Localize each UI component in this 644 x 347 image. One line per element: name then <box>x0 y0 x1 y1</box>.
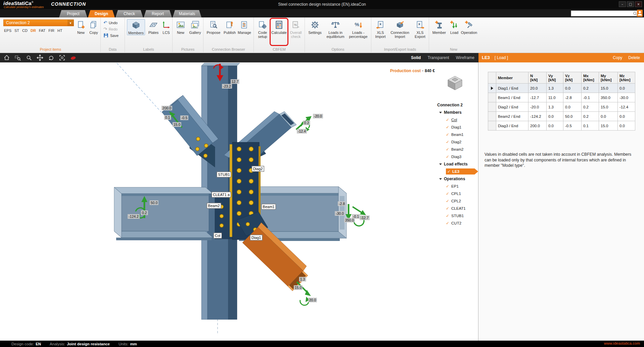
expander-icon[interactable] <box>439 112 442 113</box>
row-selector[interactable] <box>488 112 496 121</box>
3d-viewport[interactable]: 12.7 -23.2 200.0 0.1 -0.5 15.0 -20.0 0.2… <box>0 62 478 341</box>
rotate-view-icon[interactable] <box>48 54 54 61</box>
lcs-toggle[interactable]: LCS <box>161 19 171 35</box>
code-ht[interactable]: HT <box>57 29 62 33</box>
cell-mz[interactable]: 0.0 <box>618 84 635 93</box>
tree-item-ep1[interactable]: ✓EP1 <box>432 183 478 190</box>
row-selector[interactable] <box>488 84 496 93</box>
cell-mz[interactable]: 0.0 <box>618 121 635 131</box>
gallery-button[interactable]: Gallery <box>188 19 202 35</box>
publish-button[interactable]: Publish <box>222 19 237 35</box>
tree-item-diag1[interactable]: ✓Diag1 <box>432 123 478 131</box>
cell-mx[interactable]: 0.2 <box>582 102 599 112</box>
cell-vz[interactable]: 0.0 <box>563 84 582 93</box>
check-icon[interactable]: ✓ <box>446 221 449 226</box>
overall-check-button[interactable]: % Overall check <box>288 19 304 39</box>
zoom-icon[interactable] <box>26 54 32 61</box>
manage-button[interactable]: Manage <box>237 19 252 35</box>
connection-import-button[interactable]: Connection Import <box>389 19 411 39</box>
cell-vy[interactable]: 1.3 <box>547 84 563 93</box>
check-icon[interactable]: ✓ <box>446 199 449 203</box>
member-beam2[interactable] <box>114 187 213 240</box>
cell-mx[interactable]: 0.2 <box>582 84 599 93</box>
tree-item-le3[interactable]: ✓LE3 <box>432 168 478 175</box>
search-input[interactable] <box>571 11 633 15</box>
cell-my[interactable]: 0.0 <box>599 112 618 121</box>
picture-new-button[interactable]: New <box>175 19 187 35</box>
code-st[interactable]: ST <box>14 29 19 33</box>
cell-my[interactable]: 350.0 <box>599 93 618 102</box>
members-labels-toggle[interactable]: Members <box>127 19 145 35</box>
loads-in-equilibrium-button[interactable]: Loads in equilibrium <box>324 19 347 39</box>
cell-vz[interactable]: 0.0 <box>563 102 582 112</box>
pan-icon[interactable] <box>37 54 43 61</box>
close-button[interactable]: × <box>635 1 642 7</box>
xls-import-button[interactable]: X XLS Import <box>373 19 388 39</box>
cell-n[interactable]: 200.0 <box>528 121 547 131</box>
check-icon[interactable]: ✓ <box>446 132 449 137</box>
tree-item-col[interactable]: ✓Col <box>432 116 478 123</box>
check-icon[interactable]: ✓ <box>446 184 449 189</box>
cell-mx[interactable]: -0.1 <box>582 93 599 102</box>
orientation-cube-icon[interactable] <box>444 74 466 91</box>
tab-check[interactable]: Check <box>116 10 143 17</box>
cell-n[interactable]: -12.7 <box>528 93 547 102</box>
tree-item-diag3[interactable]: ✓Diag3 <box>432 153 478 160</box>
check-icon[interactable]: ✓ <box>446 213 449 218</box>
row-selector[interactable] <box>488 121 496 131</box>
cell-member[interactable]: Beam2 / End <box>496 112 528 121</box>
cell-vy[interactable]: 0.0 <box>547 121 563 131</box>
expander-icon[interactable] <box>439 163 442 165</box>
settings-button[interactable]: Settings <box>307 19 323 35</box>
check-icon[interactable]: ✓ <box>446 147 449 152</box>
zoom-fit-icon[interactable] <box>59 54 65 61</box>
cell-member[interactable]: Diag1 / End <box>496 84 528 93</box>
propose-button[interactable]: Propose <box>205 19 222 35</box>
render-mode-transparent[interactable]: Transparent <box>427 55 449 60</box>
tree-item-beam1[interactable]: ✓Beam1 <box>432 131 478 138</box>
expander-icon[interactable] <box>439 178 442 180</box>
account-button[interactable] <box>637 10 643 17</box>
website-link[interactable]: www.ideastatica.com <box>604 341 640 345</box>
check-icon[interactable]: ✓ <box>446 125 449 130</box>
tree-item-cleat1[interactable]: ✓CLEAT1 <box>432 205 478 212</box>
plates-labels-toggle[interactable]: Plates <box>146 19 160 35</box>
code-setup-button[interactable]: Code setup <box>255 19 270 39</box>
cell-n[interactable]: -124.2 <box>528 112 547 121</box>
check-icon[interactable]: ✓ <box>446 206 449 211</box>
new-member-button[interactable]: Member <box>431 19 447 35</box>
check-icon[interactable]: ✓ <box>446 140 449 144</box>
cell-mx[interactable]: 0.2 <box>582 112 599 121</box>
annotate-tool-icon[interactable] <box>70 54 77 61</box>
le3-selected-banner[interactable]: ✓LE3 <box>446 168 478 175</box>
tree-item-diag2[interactable]: ✓Diag2 <box>432 138 478 146</box>
maximize-button[interactable]: □ <box>627 1 634 7</box>
cell-vz[interactable]: -0.5 <box>563 121 582 131</box>
new-item-button[interactable]: New <box>75 19 87 35</box>
undo-button[interactable]: ↶ Undo <box>103 20 118 26</box>
connection-selector[interactable]: Connection 2 ▾ <box>3 19 74 26</box>
tree-item-cpl1[interactable]: ✓CPL1 <box>432 190 478 197</box>
check-icon[interactable]: ✓ <box>446 117 449 122</box>
cell-my[interactable]: 15.0 <box>599 84 618 93</box>
minimize-button[interactable]: – <box>619 1 626 7</box>
cell-vy[interactable]: 0.0 <box>547 112 563 121</box>
check-icon[interactable]: ✓ <box>446 154 449 159</box>
cell-vz[interactable]: 50.0 <box>563 112 582 121</box>
tree-item-stub1[interactable]: ✓STUB1 <box>432 212 478 219</box>
table-row-diag1[interactable]: Diag1 / End 20.0 1.3 0.0 0.2 15.0 0.0 <box>488 84 635 93</box>
cell-vy[interactable]: 1.3 <box>547 102 563 112</box>
tab-materials[interactable]: Materials <box>173 10 201 17</box>
cell-member[interactable]: Diag2 / End <box>496 102 528 112</box>
tree-item-beam2[interactable]: ✓Beam2 <box>432 146 478 153</box>
tree-item-cpl2[interactable]: ✓CPL2 <box>432 197 478 205</box>
row-selector[interactable] <box>488 93 496 102</box>
tree-root-connection[interactable]: Connection 2 <box>432 101 478 109</box>
tab-report[interactable]: Report <box>144 10 172 17</box>
zoom-window-icon[interactable] <box>14 54 21 61</box>
tree-header-members[interactable]: Members <box>432 109 478 116</box>
save-button[interactable]: Save <box>103 33 119 38</box>
redo-button[interactable]: ↷ Redo <box>103 26 118 32</box>
xls-export-button[interactable]: X XLS Export <box>412 19 428 39</box>
loads-percentage-button[interactable]: % Loads - percentage <box>347 19 369 39</box>
